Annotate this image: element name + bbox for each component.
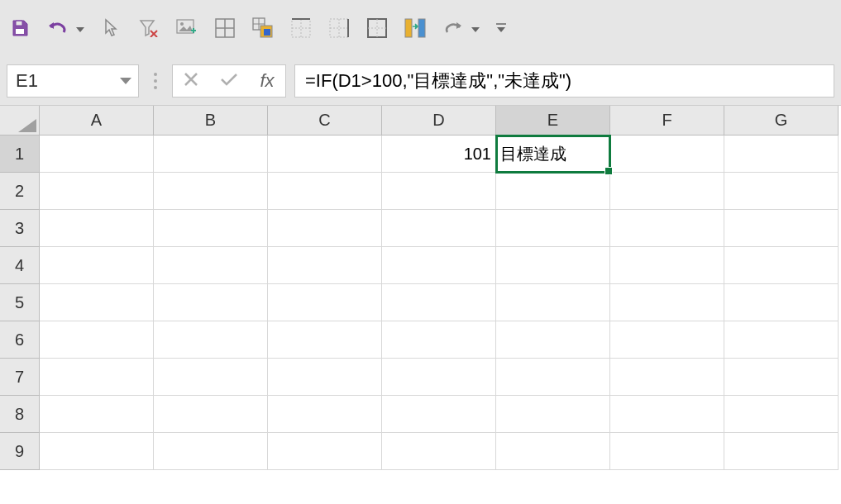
cell-E1[interactable]: 目標達成 <box>496 136 610 173</box>
cell-B8[interactable] <box>154 396 268 433</box>
cell-E9[interactable] <box>496 433 610 470</box>
border-outside-icon[interactable] <box>366 17 389 40</box>
cell-D6[interactable] <box>382 321 496 359</box>
cell-C2[interactable] <box>268 173 382 210</box>
cell-B4[interactable] <box>154 247 268 284</box>
cell-D9[interactable] <box>382 433 496 470</box>
col-header-B[interactable]: B <box>154 106 268 136</box>
col-header-F[interactable]: F <box>610 106 724 136</box>
cell-E7[interactable] <box>496 359 610 396</box>
cell-B7[interactable] <box>154 359 268 396</box>
cell-A8[interactable] <box>40 396 154 433</box>
select-all-corner[interactable] <box>0 106 40 136</box>
cell-D4[interactable] <box>382 247 496 284</box>
cell-B6[interactable] <box>154 321 268 359</box>
filter-clear-icon[interactable] <box>137 17 160 40</box>
col-header-D[interactable]: D <box>382 106 496 136</box>
undo-dropdown-icon[interactable] <box>76 21 84 36</box>
cell-F9[interactable] <box>610 433 724 470</box>
cell-A3[interactable] <box>40 210 154 247</box>
cell-G9[interactable] <box>724 433 839 470</box>
cell-F3[interactable] <box>610 210 724 247</box>
col-header-G[interactable]: G <box>724 106 839 136</box>
image-icon[interactable] <box>175 17 198 40</box>
save-icon[interactable] <box>8 17 31 40</box>
cell-C3[interactable] <box>268 210 382 247</box>
cell-E5[interactable] <box>496 284 610 321</box>
cell-F1[interactable] <box>610 136 724 173</box>
cell-A7[interactable] <box>40 359 154 396</box>
expand-button[interactable] <box>147 64 164 97</box>
cell-B5[interactable] <box>154 284 268 321</box>
cell-D7[interactable] <box>382 359 496 396</box>
cell-A9[interactable] <box>40 433 154 470</box>
cell-B3[interactable] <box>154 210 268 247</box>
formula-input[interactable]: =IF(D1>100,"目標達成","未達成") <box>294 64 834 97</box>
cell-G4[interactable] <box>724 247 839 284</box>
undo-icon[interactable] <box>46 17 69 40</box>
redo-dropdown-icon[interactable] <box>471 21 480 36</box>
cell-F2[interactable] <box>610 173 724 210</box>
cell-C4[interactable] <box>268 247 382 284</box>
cell-E2[interactable] <box>496 173 610 210</box>
borders-all-icon[interactable] <box>213 17 237 40</box>
row-header-3[interactable]: 3 <box>0 210 40 247</box>
name-box[interactable]: E1 <box>7 64 139 97</box>
cell-G5[interactable] <box>724 284 839 321</box>
cell-G1[interactable] <box>724 136 839 173</box>
cell-A4[interactable] <box>40 247 154 284</box>
redo-icon[interactable] <box>442 17 465 40</box>
cell-C6[interactable] <box>268 321 382 359</box>
row-header-4[interactable]: 4 <box>0 247 40 284</box>
cell-E8[interactable] <box>496 396 610 433</box>
cell-C8[interactable] <box>268 396 382 433</box>
cell-A5[interactable] <box>40 284 154 321</box>
cell-C5[interactable] <box>268 284 382 321</box>
row-header-9[interactable]: 9 <box>0 433 40 470</box>
border-top-icon[interactable] <box>289 17 313 40</box>
row-header-6[interactable]: 6 <box>0 321 40 359</box>
cell-A2[interactable] <box>40 173 154 210</box>
row-header-2[interactable]: 2 <box>0 173 40 210</box>
cell-C9[interactable] <box>268 433 382 470</box>
cell-G8[interactable] <box>724 396 839 433</box>
col-header-A[interactable]: A <box>40 106 154 136</box>
cell-G7[interactable] <box>724 359 839 396</box>
cell-G2[interactable] <box>724 173 839 210</box>
cell-C1[interactable] <box>268 136 382 173</box>
col-header-C[interactable]: C <box>268 106 382 136</box>
paste-special-icon[interactable] <box>251 17 275 40</box>
cell-C7[interactable] <box>268 359 382 396</box>
fx-icon[interactable]: fx <box>257 70 277 92</box>
cancel-icon[interactable] <box>181 72 201 90</box>
cell-F7[interactable] <box>610 359 724 396</box>
col-header-E[interactable]: E <box>496 106 610 136</box>
row-header-5[interactable]: 5 <box>0 284 40 321</box>
cell-A1[interactable] <box>40 136 154 173</box>
cell-B1[interactable] <box>154 136 268 173</box>
cell-D8[interactable] <box>382 396 496 433</box>
cell-F6[interactable] <box>610 321 724 359</box>
cell-E6[interactable] <box>496 321 610 359</box>
cell-F4[interactable] <box>610 247 724 284</box>
cell-G6[interactable] <box>724 321 839 359</box>
cell-D2[interactable] <box>382 173 496 210</box>
row-header-1[interactable]: 1 <box>0 136 40 173</box>
cell-D1[interactable]: 101 <box>382 136 496 173</box>
border-right-icon[interactable] <box>327 17 351 40</box>
cell-G3[interactable] <box>724 210 839 247</box>
cell-D5[interactable] <box>382 284 496 321</box>
cell-E3[interactable] <box>496 210 610 247</box>
cell-F5[interactable] <box>610 284 724 321</box>
cell-A6[interactable] <box>40 321 154 359</box>
row-header-7[interactable]: 7 <box>0 359 40 396</box>
compare-icon[interactable] <box>404 17 427 40</box>
cell-B9[interactable] <box>154 433 268 470</box>
row-header-8[interactable]: 8 <box>0 396 40 433</box>
cursor-icon[interactable] <box>99 17 122 40</box>
customize-toolbar-icon[interactable] <box>495 17 508 40</box>
accept-icon[interactable] <box>219 72 239 90</box>
cell-E4[interactable] <box>496 247 610 284</box>
cell-D3[interactable] <box>382 210 496 247</box>
cell-B2[interactable] <box>154 173 268 210</box>
